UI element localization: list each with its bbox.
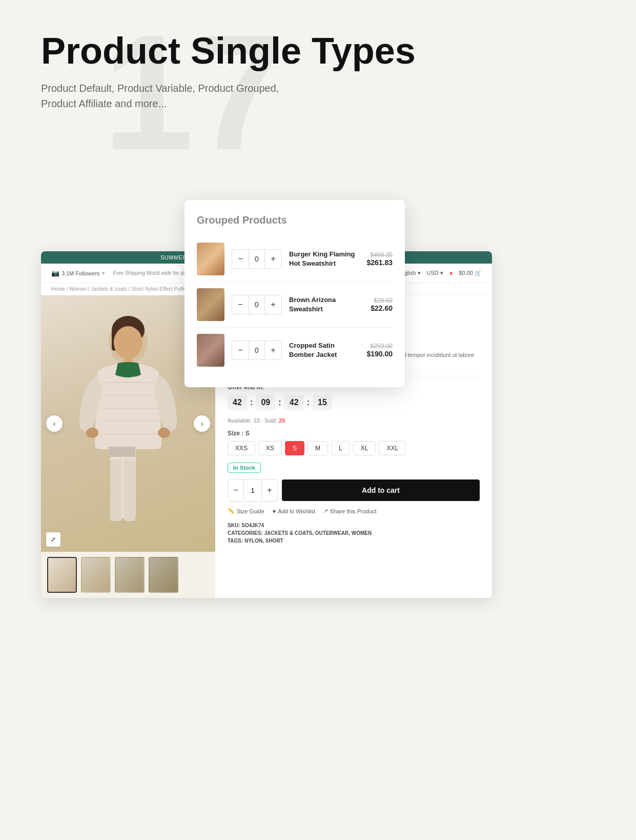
grouped-item-name: Burger King Flaming Hot Sweatshirt	[289, 250, 359, 268]
categories-value: JACKETS & COATS, OUTERWEAR, WOMEN	[264, 530, 372, 536]
grouped-item: − 0 + Cropped Satin Bomber Jacket $259.0…	[197, 328, 393, 373]
price-old: $259.00	[366, 343, 393, 350]
qty-increase-btn[interactable]: +	[265, 341, 281, 359]
currency-selector[interactable]: USD ▾	[427, 270, 443, 276]
countdown-sep: :	[250, 398, 253, 407]
countdown-seconds: 42	[284, 395, 304, 410]
prev-image-arrow[interactable]: ‹	[46, 415, 63, 432]
qty-value: 0	[249, 341, 265, 359]
sku-row: SKU: SO4JK74	[228, 523, 480, 528]
instagram-icon: 📷	[51, 269, 59, 277]
countdown-minutes: 09	[256, 395, 275, 410]
qty-plus-btn[interactable]: +	[262, 479, 277, 501]
size-guide-link[interactable]: 📏 Size Guide	[228, 508, 264, 514]
cart-icon[interactable]: $0.00 🛒	[459, 270, 482, 276]
tags-row: Tags: nylon, short	[228, 538, 480, 544]
add-to-cart-button[interactable]: Add to cart	[282, 479, 480, 501]
categories-label: Categories:	[228, 530, 263, 536]
grouped-item-info: Brown Arizona Sweatshirt	[289, 295, 363, 314]
thumbnail-3[interactable]	[115, 557, 145, 593]
size-xs[interactable]: XS	[258, 441, 282, 455]
next-image-arrow[interactable]: ›	[194, 415, 210, 432]
availability-row: Available: 33 · Sold: 25	[228, 417, 480, 424]
svg-rect-13	[124, 459, 135, 521]
countdown-sep: :	[278, 398, 281, 407]
qty-value: 0	[249, 250, 265, 268]
followers-badge: 📷 3.1M Followers ▾	[51, 269, 105, 277]
size-xxs[interactable]: XXS	[228, 441, 255, 455]
action-links: 📏 Size Guide ♥ Add to Wishlist ↗ Share t…	[228, 508, 480, 514]
qty-value: 0	[249, 295, 265, 314]
grouped-item-info: Burger King Flaming Hot Sweatshirt	[289, 250, 359, 268]
grouped-item-name: Brown Arizona Sweatshirt	[289, 295, 363, 314]
price-new: $190.00	[366, 350, 393, 358]
grouped-card-title: Grouped Products	[197, 214, 393, 226]
product-model-image	[67, 301, 190, 552]
sku-label: SKU:	[228, 523, 240, 528]
size-s[interactable]: S	[285, 441, 304, 455]
expand-image-button[interactable]: ⤢	[46, 532, 60, 547]
qty-decrease-btn[interactable]: −	[232, 341, 249, 359]
sold-count: 25	[279, 417, 285, 424]
qty-minus-btn[interactable]: −	[228, 479, 243, 501]
product-thumbnail	[197, 243, 224, 275]
grouped-item-prices: $468.35 $261.83	[366, 251, 393, 267]
svg-point-3	[114, 326, 142, 359]
sku-value: SO4JK74	[241, 523, 264, 528]
grouped-item-name: Cropped Satin Bomber Jacket	[289, 341, 359, 359]
qty-decrease-btn[interactable]: −	[232, 295, 249, 314]
quantity-control[interactable]: − 0 +	[232, 249, 282, 269]
svg-point-14	[86, 428, 98, 438]
tags-label: Tags:	[228, 538, 243, 544]
qty-decrease-btn[interactable]: −	[232, 250, 249, 268]
wishlist-icon[interactable]: ♥	[449, 270, 453, 276]
product-thumbnail	[197, 288, 224, 321]
grouped-products-card: Grouped Products − 0 + Burger King Flami…	[184, 200, 405, 387]
qty-increase-btn[interactable]: +	[265, 295, 281, 314]
size-xl[interactable]: XL	[353, 441, 376, 455]
price-old: $28.60	[371, 297, 393, 304]
grouped-item-prices: $259.00 $190.00	[366, 343, 393, 358]
grouped-item: − 0 + Brown Arizona Sweatshirt $28.60 $2…	[197, 282, 393, 328]
price-new: $261.83	[366, 258, 393, 267]
hero-section: 17 Product Single Types Product Default,…	[0, 0, 636, 132]
countdown-timer: 42 : 09 : 42 : 15	[228, 395, 480, 410]
nav-right: English ▾ USD ▾ ♥ $0.00 🛒	[397, 270, 482, 276]
quantity-control[interactable]: − 0 +	[232, 341, 282, 360]
svg-rect-11	[109, 447, 135, 457]
size-xxl[interactable]: XXL	[379, 441, 406, 455]
qty-increase-btn[interactable]: +	[265, 250, 281, 268]
size-selector: XXS XS S M L XL XXL	[228, 441, 480, 455]
tags-value: nylon, short	[244, 538, 283, 544]
thumbnail-2[interactable]	[81, 557, 111, 593]
price-new: $22.60	[371, 304, 393, 312]
countdown-sep: :	[307, 398, 310, 407]
quantity-control[interactable]: − 0 +	[232, 295, 282, 314]
grouped-item-prices: $28.60 $22.60	[371, 297, 393, 312]
availability-text: Available: 33 · Sold:	[228, 417, 279, 424]
share-link[interactable]: ↗ Share this Product	[323, 508, 377, 514]
thumbnail-1[interactable]	[47, 557, 77, 593]
size-label: Size : S	[228, 430, 480, 437]
qty-display: 1	[243, 479, 262, 501]
stock-badge: In Stock	[228, 463, 261, 473]
product-thumbnail	[197, 334, 224, 367]
svg-point-15	[158, 428, 170, 438]
add-to-cart-row: − 1 + Add to cart	[228, 479, 480, 502]
countdown-hours: 42	[228, 395, 247, 410]
thumbnail-4[interactable]	[149, 557, 178, 593]
size-m[interactable]: M	[307, 441, 328, 455]
categories-row: Categories: JACKETS & COATS, OUTERWEAR, …	[228, 530, 480, 536]
hero-subtitle: Product Default, Product Variable, Produ…	[41, 81, 595, 111]
grouped-item: − 0 + Burger King Flaming Hot Sweatshirt…	[197, 236, 393, 282]
heart-icon: ♥	[273, 508, 276, 514]
size-l[interactable]: L	[331, 441, 350, 455]
page-title: Product Single Types	[41, 31, 595, 71]
wishlist-link[interactable]: ♥ Add to Wishlist	[273, 508, 315, 514]
thumbnail-strip	[41, 552, 215, 598]
quantity-stepper[interactable]: − 1 +	[228, 479, 278, 502]
countdown-ms: 15	[313, 395, 332, 410]
ruler-icon: 📏	[228, 508, 235, 514]
price-old: $468.35	[366, 251, 393, 258]
share-icon: ↗	[323, 508, 328, 514]
